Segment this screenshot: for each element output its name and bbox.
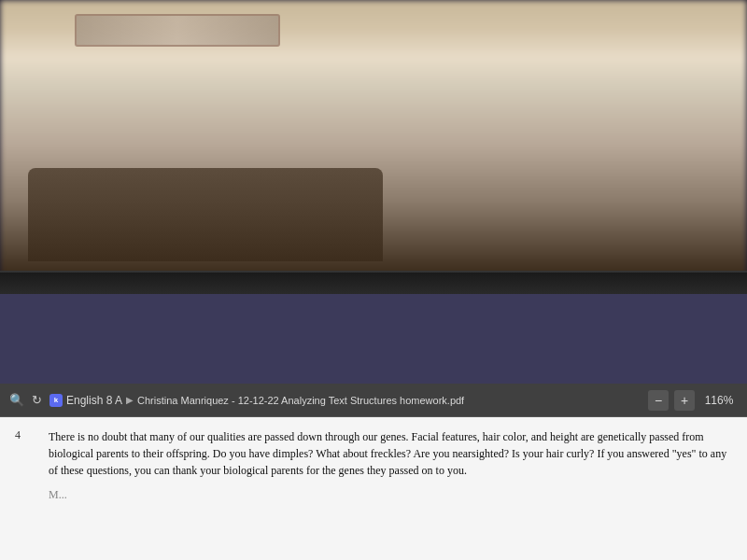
zoom-level-display: 116% [700,394,738,407]
zoom-in-button[interactable]: + [674,390,695,411]
laptop-bezel [0,271,747,294]
pdf-toolbar: 🔍 ↻ k English 8 A ▶ Christina Manriquez … [0,384,747,417]
zoom-out-button[interactable]: − [648,390,669,411]
pdf-breadcrumb: k English 8 A ▶ Christina Manriquez - 12… [49,394,641,407]
pdf-toolbar-filename: Christina Manriquez - 12-12-22 Analyzing… [137,395,464,406]
paragraph-number-4: 4 [15,428,34,479]
pdf-breadcrumb-class: English 8 A [66,394,122,407]
paragraph-text-4: There is no doubt that many of our quali… [49,428,732,479]
pdf-toolbar-right: − + 116% [648,390,738,411]
pdf-paragraph-5-partial: M... [49,486,732,503]
pdf-refresh-icon[interactable]: ↻ [32,393,42,407]
pdf-viewer: 🔍 ↻ k English 8 A ▶ Christina Manriquez … [0,384,747,560]
pdf-breadcrumb-arrow: ▶ [126,395,134,405]
pdf-search-icon[interactable]: 🔍 [9,393,24,407]
couch [28,168,383,261]
wall-art-decoration [75,14,280,47]
pdf-paragraph-4: 4 There is no doubt that many of our qua… [15,428,732,479]
pdf-content: 4 There is no doubt that many of our qua… [0,417,747,560]
pdf-toolbar-kami-icon: k [49,394,63,407]
paragraph-5-text-partial: M... [49,488,67,501]
